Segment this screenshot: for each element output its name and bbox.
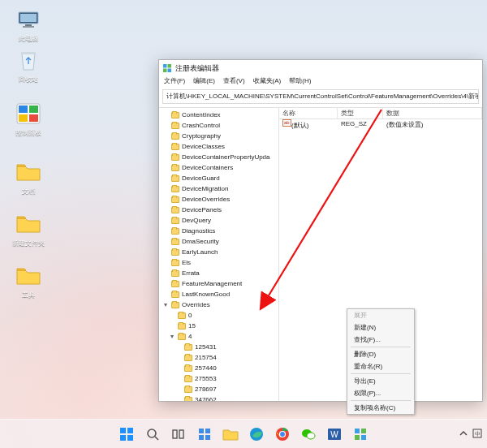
tree-twisty-icon[interactable]: ▾ (169, 333, 175, 340)
svg-point-31 (307, 433, 315, 439)
tree-view[interactable]: ContentIndex CrashControl Cryptography D… (159, 108, 279, 401)
wechat-button[interactable] (298, 424, 319, 445)
ime-icon[interactable]: 中 (472, 429, 482, 438)
tree-twisty-icon[interactable] (175, 375, 182, 382)
tree-node[interactable]: ▾Overrides (162, 299, 278, 310)
tree-twisty-icon[interactable] (175, 354, 182, 361)
tree-twisty-icon[interactable] (162, 269, 169, 277)
edge-button[interactable] (246, 424, 267, 445)
tree-twisty-icon[interactable] (162, 280, 169, 287)
tree-node[interactable]: DeviceClasses (162, 141, 278, 152)
tree-node[interactable]: DeviceGuard (162, 173, 278, 183)
ctx-export[interactable]: 导出(E) (347, 375, 414, 387)
chevron-up-icon[interactable] (459, 429, 468, 437)
tree-twisty-icon[interactable] (169, 312, 175, 319)
tree-twisty-icon[interactable] (162, 206, 169, 213)
tree-node[interactable]: CrashControl (162, 120, 278, 131)
tree-node[interactable]: DevQuery (162, 215, 278, 226)
list-row[interactable]: (默认) REG_SZ (数值未设置) (279, 119, 482, 131)
desktop-icon-recycle-bin[interactable]: 回收站 (8, 47, 49, 84)
ctx-copy-key-name[interactable]: 复制项名称(C) (347, 402, 414, 414)
tree-twisty-icon[interactable] (162, 185, 169, 192)
word-button[interactable]: W (324, 424, 345, 445)
tree-twisty-icon[interactable] (162, 217, 169, 224)
desktop-icon-folder-3[interactable]: 工具 (8, 263, 49, 299)
tree-node[interactable]: 15 (162, 321, 278, 331)
tree-node[interactable]: DeviceOverrides (162, 194, 278, 205)
tree-twisty-icon[interactable] (175, 396, 182, 401)
folder-icon (171, 196, 179, 203)
folder-icon (184, 355, 192, 361)
tree-node[interactable]: LastKnownGood (162, 289, 278, 299)
menu-edit[interactable]: 编辑(E) (193, 76, 215, 88)
tree-node[interactable]: ▾4 (162, 331, 278, 342)
tree-node[interactable]: Cryptography (162, 131, 278, 141)
search-button[interactable] (142, 424, 163, 445)
tree-twisty-icon[interactable] (162, 291, 169, 298)
col-type[interactable]: 类型 (338, 108, 383, 118)
ctx-rename[interactable]: 重命名(R) (347, 360, 414, 373)
tree-node[interactable]: 275553 (162, 373, 278, 384)
menu-file[interactable]: 文件(F) (164, 76, 185, 88)
ctx-new[interactable]: 新建(N) (347, 321, 414, 334)
tree-node[interactable]: 257440 (162, 363, 278, 373)
desktop-icon-folder-2[interactable]: 新建文件夹 (8, 211, 49, 248)
tree-node[interactable]: EarlyLaunch (162, 247, 278, 257)
explorer-button[interactable] (220, 424, 241, 445)
tree-node-label: LastKnownGood (182, 291, 230, 298)
tree-twisty-icon[interactable] (162, 174, 169, 182)
tree-node[interactable]: 347662 (162, 394, 278, 401)
tree-twisty-icon[interactable]: ▾ (162, 301, 169, 308)
tree-node[interactable]: FeatureManagement (162, 278, 278, 289)
tree-node[interactable]: DeviceMigration (162, 183, 278, 194)
tree-twisty-icon[interactable] (162, 164, 169, 171)
start-button[interactable] (116, 424, 137, 445)
tree-twisty-icon[interactable] (162, 132, 169, 140)
widgets-button[interactable] (194, 424, 215, 445)
tree-node[interactable]: Errata (162, 268, 278, 278)
titlebar[interactable]: 注册表编辑器 (159, 60, 482, 76)
tree-node[interactable]: ContentIndex (162, 110, 278, 120)
address-bar[interactable]: 计算机\HKEY_LOCAL_MACHINE\SYSTEM\CurrentCon… (162, 89, 479, 104)
tree-node[interactable]: DeviceContainerPropertyUpda (162, 152, 278, 162)
svg-rect-9 (29, 114, 38, 122)
task-view-button[interactable] (168, 424, 189, 445)
tree-twisty-icon[interactable] (175, 386, 182, 393)
tree-twisty-icon[interactable] (175, 364, 182, 372)
taskbar-tray[interactable]: 中 (456, 419, 485, 448)
tree-node[interactable]: 0 (162, 310, 278, 321)
ctx-delete[interactable]: 删除(D) (347, 348, 414, 360)
tree-twisty-icon[interactable] (162, 238, 169, 245)
tree-twisty-icon[interactable] (162, 122, 169, 129)
ctx-permissions[interactable]: 权限(P)... (347, 387, 414, 399)
tree-twisty-icon[interactable] (175, 343, 182, 351)
col-name[interactable]: 名称 (279, 108, 338, 118)
menu-help[interactable]: 帮助(H) (289, 76, 311, 88)
tree-twisty-icon[interactable] (162, 111, 169, 118)
tree-twisty-icon[interactable] (162, 227, 169, 235)
tree-node[interactable]: Diagnostics (162, 226, 278, 236)
tree-node[interactable]: DeviceContainers (162, 162, 278, 173)
menu-fav[interactable]: 收藏夹(A) (253, 76, 282, 88)
tree-twisty-icon[interactable] (169, 322, 175, 330)
desktop-icon-folder-1[interactable]: 文档 (8, 159, 49, 196)
tree-node[interactable]: Els (162, 257, 278, 268)
tree-node[interactable]: DevicePanels (162, 205, 278, 215)
regedit-taskbar-button[interactable] (350, 424, 371, 445)
tree-twisty-icon[interactable] (162, 153, 169, 161)
tree-twisty-icon[interactable] (162, 196, 169, 203)
value-list[interactable]: 名称 类型 数据 (默认) REG_SZ (数值未设置) 展开 新建(N) 查找… (279, 108, 482, 401)
tree-twisty-icon[interactable] (162, 248, 169, 256)
menu-view[interactable]: 查看(V) (223, 76, 245, 88)
tree-node[interactable]: 278697 (162, 384, 278, 394)
desktop-icon-this-pc[interactable]: 此电脑 (8, 6, 49, 43)
tree-node[interactable]: DmaSecurity (162, 236, 278, 247)
col-data[interactable]: 数据 (383, 108, 482, 118)
desktop-icon-control-panel[interactable]: 控制面板 (8, 101, 49, 137)
tree-node[interactable]: 215754 (162, 352, 278, 363)
tree-twisty-icon[interactable] (162, 143, 169, 150)
tree-node[interactable]: 125431 (162, 342, 278, 352)
ctx-find[interactable]: 查找(F)... (347, 334, 414, 346)
chrome-button[interactable] (272, 424, 293, 445)
tree-twisty-icon[interactable] (162, 259, 169, 266)
